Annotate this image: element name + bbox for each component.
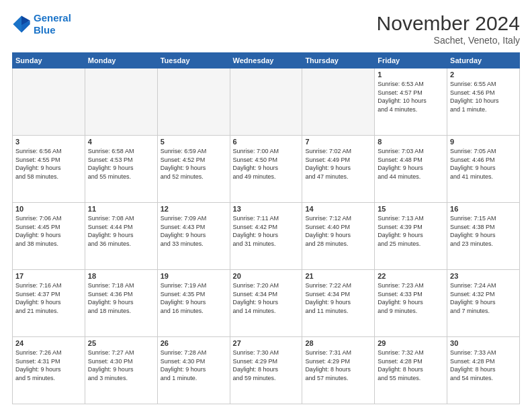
calendar-cell: [157, 68, 230, 136]
day-info: Sunrise: 7:00 AM Sunset: 4:50 PM Dayligh…: [233, 147, 300, 181]
calendar-cell: 9Sunrise: 7:05 AM Sunset: 4:46 PM Daylig…: [447, 136, 520, 203]
day-info: Sunrise: 7:31 AM Sunset: 4:29 PM Dayligh…: [305, 349, 371, 382]
day-number: 18: [88, 272, 154, 280]
calendar-cell: 6Sunrise: 7:00 AM Sunset: 4:50 PM Daylig…: [230, 136, 302, 203]
header-sunday: Sunday: [13, 53, 85, 68]
day-number: 13: [233, 205, 300, 213]
day-number: 28: [305, 339, 371, 347]
header-monday: Monday: [85, 53, 157, 68]
calendar: Sunday Monday Tuesday Wednesday Thursday…: [12, 52, 520, 404]
calendar-cell: 26Sunrise: 7:28 AM Sunset: 4:30 PM Dayli…: [157, 337, 230, 404]
day-info: Sunrise: 6:55 AM Sunset: 4:56 PM Dayligh…: [450, 80, 517, 113]
calendar-cell: [13, 68, 85, 136]
day-info: Sunrise: 7:20 AM Sunset: 4:34 PM Dayligh…: [233, 281, 300, 315]
logo-line1: General: [34, 12, 71, 24]
calendar-cell: 20Sunrise: 7:20 AM Sunset: 4:34 PM Dayli…: [230, 270, 302, 337]
calendar-cell: 19Sunrise: 7:19 AM Sunset: 4:35 PM Dayli…: [157, 270, 230, 337]
day-number: 25: [88, 339, 154, 347]
week-row-3: 17Sunrise: 7:16 AM Sunset: 4:37 PM Dayli…: [13, 270, 520, 337]
day-number: 3: [15, 138, 82, 146]
logo: General Blue: [12, 12, 71, 36]
day-number: 30: [450, 339, 517, 347]
calendar-cell: 12Sunrise: 7:09 AM Sunset: 4:43 PM Dayli…: [157, 203, 230, 270]
calendar-cell: 23Sunrise: 7:24 AM Sunset: 4:32 PM Dayli…: [447, 270, 520, 337]
day-number: 2: [450, 71, 517, 79]
day-info: Sunrise: 7:27 AM Sunset: 4:30 PM Dayligh…: [88, 349, 154, 382]
header-wednesday: Wednesday: [230, 53, 302, 68]
day-number: 24: [15, 339, 82, 347]
calendar-cell: 22Sunrise: 7:23 AM Sunset: 4:33 PM Dayli…: [375, 270, 447, 337]
day-info: Sunrise: 7:16 AM Sunset: 4:37 PM Dayligh…: [15, 281, 82, 315]
calendar-cell: [230, 68, 302, 136]
header-tuesday: Tuesday: [157, 53, 230, 68]
week-row-1: 3Sunrise: 6:56 AM Sunset: 4:55 PM Daylig…: [13, 136, 520, 203]
day-number: 7: [305, 138, 371, 146]
day-info: Sunrise: 7:30 AM Sunset: 4:29 PM Dayligh…: [233, 349, 300, 382]
day-number: 16: [450, 205, 517, 213]
calendar-cell: 21Sunrise: 7:22 AM Sunset: 4:34 PM Dayli…: [302, 270, 375, 337]
day-info: Sunrise: 7:28 AM Sunset: 4:30 PM Dayligh…: [161, 349, 227, 382]
header-saturday: Saturday: [447, 53, 520, 68]
calendar-cell: 29Sunrise: 7:32 AM Sunset: 4:28 PM Dayli…: [375, 337, 447, 404]
day-number: 8: [378, 138, 444, 146]
day-info: Sunrise: 7:15 AM Sunset: 4:38 PM Dayligh…: [450, 214, 517, 248]
day-number: 9: [450, 138, 517, 146]
header-friday: Friday: [375, 53, 447, 68]
day-number: 23: [450, 272, 517, 280]
day-info: Sunrise: 7:24 AM Sunset: 4:32 PM Dayligh…: [450, 281, 517, 315]
calendar-cell: 3Sunrise: 6:56 AM Sunset: 4:55 PM Daylig…: [13, 136, 85, 203]
calendar-cell: 14Sunrise: 7:12 AM Sunset: 4:40 PM Dayli…: [302, 203, 375, 270]
page: General Blue November 2024 Sachet, Venet…: [0, 0, 532, 411]
calendar-cell: 8Sunrise: 7:03 AM Sunset: 4:48 PM Daylig…: [375, 136, 447, 203]
calendar-cell: [85, 68, 157, 136]
calendar-cell: 30Sunrise: 7:33 AM Sunset: 4:28 PM Dayli…: [447, 337, 520, 404]
day-number: 21: [305, 272, 371, 280]
calendar-cell: 11Sunrise: 7:08 AM Sunset: 4:44 PM Dayli…: [85, 203, 157, 270]
day-info: Sunrise: 7:22 AM Sunset: 4:34 PM Dayligh…: [305, 281, 371, 315]
day-number: 4: [88, 138, 154, 146]
day-number: 27: [233, 339, 300, 347]
day-info: Sunrise: 7:05 AM Sunset: 4:46 PM Dayligh…: [450, 147, 517, 181]
day-number: 19: [161, 272, 227, 280]
day-info: Sunrise: 7:18 AM Sunset: 4:36 PM Dayligh…: [88, 281, 154, 315]
day-number: 26: [161, 339, 227, 347]
day-number: 11: [88, 205, 154, 213]
day-info: Sunrise: 6:59 AM Sunset: 4:52 PM Dayligh…: [161, 147, 227, 181]
day-number: 22: [378, 272, 444, 280]
day-info: Sunrise: 7:33 AM Sunset: 4:28 PM Dayligh…: [450, 349, 517, 382]
day-info: Sunrise: 6:53 AM Sunset: 4:57 PM Dayligh…: [378, 80, 444, 113]
day-info: Sunrise: 7:13 AM Sunset: 4:39 PM Dayligh…: [378, 214, 444, 248]
location: Sachet, Veneto, Italy: [377, 35, 520, 46]
day-number: 20: [233, 272, 300, 280]
day-info: Sunrise: 6:56 AM Sunset: 4:55 PM Dayligh…: [15, 147, 82, 181]
day-number: 12: [161, 205, 227, 213]
day-info: Sunrise: 7:23 AM Sunset: 4:33 PM Dayligh…: [378, 281, 444, 315]
header: General Blue November 2024 Sachet, Venet…: [12, 12, 520, 46]
day-info: Sunrise: 7:26 AM Sunset: 4:31 PM Dayligh…: [15, 349, 82, 382]
calendar-cell: 10Sunrise: 7:06 AM Sunset: 4:45 PM Dayli…: [13, 203, 85, 270]
day-info: Sunrise: 7:32 AM Sunset: 4:28 PM Dayligh…: [378, 349, 444, 382]
day-info: Sunrise: 7:09 AM Sunset: 4:43 PM Dayligh…: [161, 214, 227, 248]
day-number: 29: [378, 339, 444, 347]
week-row-2: 10Sunrise: 7:06 AM Sunset: 4:45 PM Dayli…: [13, 203, 520, 270]
day-number: 6: [233, 138, 300, 146]
logo-line2: Blue: [34, 24, 56, 36]
day-info: Sunrise: 7:19 AM Sunset: 4:35 PM Dayligh…: [161, 281, 227, 315]
day-info: Sunrise: 7:03 AM Sunset: 4:48 PM Dayligh…: [378, 147, 444, 181]
calendar-cell: 28Sunrise: 7:31 AM Sunset: 4:29 PM Dayli…: [302, 337, 375, 404]
day-number: 1: [378, 71, 444, 79]
calendar-cell: 15Sunrise: 7:13 AM Sunset: 4:39 PM Dayli…: [375, 203, 447, 270]
day-info: Sunrise: 7:11 AM Sunset: 4:42 PM Dayligh…: [233, 214, 300, 248]
calendar-cell: 5Sunrise: 6:59 AM Sunset: 4:52 PM Daylig…: [157, 136, 230, 203]
day-number: 15: [378, 205, 444, 213]
calendar-cell: 24Sunrise: 7:26 AM Sunset: 4:31 PM Dayli…: [13, 337, 85, 404]
title-block: November 2024 Sachet, Veneto, Italy: [377, 12, 520, 46]
day-info: Sunrise: 6:58 AM Sunset: 4:53 PM Dayligh…: [88, 147, 154, 181]
week-row-0: 1Sunrise: 6:53 AM Sunset: 4:57 PM Daylig…: [13, 68, 520, 136]
day-number: 5: [161, 138, 227, 146]
calendar-cell: 2Sunrise: 6:55 AM Sunset: 4:56 PM Daylig…: [447, 68, 520, 136]
calendar-cell: 16Sunrise: 7:15 AM Sunset: 4:38 PM Dayli…: [447, 203, 520, 270]
day-info: Sunrise: 7:06 AM Sunset: 4:45 PM Dayligh…: [15, 214, 82, 248]
calendar-cell: 4Sunrise: 6:58 AM Sunset: 4:53 PM Daylig…: [85, 136, 157, 203]
calendar-cell: 1Sunrise: 6:53 AM Sunset: 4:57 PM Daylig…: [375, 68, 447, 136]
